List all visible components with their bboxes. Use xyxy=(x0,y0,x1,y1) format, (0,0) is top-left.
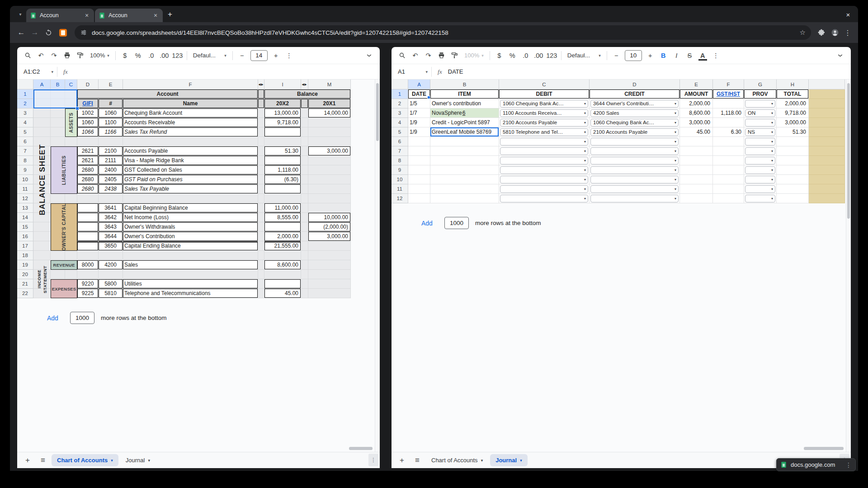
cell-G-3[interactable]: ON▾ xyxy=(744,108,777,118)
cell-A-10[interactable] xyxy=(408,175,430,184)
column-header-F[interactable]: F xyxy=(123,80,258,89)
cell-E-21[interactable]: 5800 xyxy=(99,279,123,289)
cell-C-10[interactable]: ▾ xyxy=(499,175,590,184)
row-header-8[interactable]: 8 xyxy=(17,156,33,165)
cell-m2-4[interactable] xyxy=(301,118,308,127)
cell-F-3[interactable]: 1,118.00 xyxy=(713,108,744,118)
cell-I-2[interactable]: 20X2 xyxy=(264,99,301,108)
row-header-4[interactable]: 4 xyxy=(17,118,33,127)
cell-E-7[interactable] xyxy=(680,146,713,156)
cell-M-10[interactable] xyxy=(308,175,351,184)
increase-font-size-button[interactable]: + xyxy=(644,49,656,62)
column-header-E[interactable]: E xyxy=(680,80,713,89)
cell-G-11[interactable]: ▾ xyxy=(744,184,777,194)
dropdown-chip-D-12[interactable]: ▾ xyxy=(590,195,679,202)
cell-C-3[interactable]: 1100 Accounts Receiva…▾ xyxy=(499,108,590,118)
cell-m1-4[interactable] xyxy=(258,118,264,127)
add-rows-button[interactable]: Add xyxy=(47,314,58,322)
cell-I-8[interactable] xyxy=(264,156,301,165)
cell-E-15[interactable]: 3643 xyxy=(99,222,123,232)
cell-E-3[interactable]: 1060 xyxy=(99,108,123,118)
increase-font-size-button[interactable]: + xyxy=(270,49,282,62)
cell-X-4[interactable] xyxy=(809,118,845,127)
row-header-11[interactable]: 11 xyxy=(392,184,408,194)
cell-m2-17[interactable] xyxy=(301,241,308,251)
row-header-2[interactable]: 2 xyxy=(392,99,408,108)
collapse-toolbar-icon[interactable] xyxy=(363,49,375,62)
dropdown-chip-D-7[interactable]: ▾ xyxy=(590,147,679,155)
column-header-◀▶[interactable]: ◀▶ xyxy=(301,80,308,89)
cell-D-3[interactable]: 1002 xyxy=(77,108,99,118)
row-header-17[interactable]: 17 xyxy=(17,241,33,251)
cell-E-3[interactable]: 8,600.00 xyxy=(680,108,713,118)
cell-E-12[interactable] xyxy=(99,194,123,203)
column-header-C[interactable]: C xyxy=(499,80,590,89)
bold-button[interactable]: B xyxy=(657,49,670,62)
italic-button[interactable]: I xyxy=(670,49,683,62)
profile-avatar[interactable] xyxy=(828,26,842,39)
cell-m1-3[interactable] xyxy=(258,108,264,118)
cell-E-16[interactable]: 3644 xyxy=(99,232,123,241)
cell-H-8[interactable] xyxy=(777,156,809,165)
cell-F-7[interactable] xyxy=(713,146,744,156)
browser-menu-button[interactable]: ⋮ xyxy=(842,28,854,37)
cell-F-13[interactable]: Capital Beginning Balance xyxy=(123,203,258,213)
cell-A-11[interactable] xyxy=(408,184,430,194)
cell-M-22[interactable] xyxy=(308,289,351,298)
cell-B-5[interactable]: GreenLeaf Mobile 58769 xyxy=(430,127,499,137)
cell-E-8[interactable] xyxy=(680,156,713,165)
cell-m2-19[interactable] xyxy=(301,260,308,270)
dropdown-chip-D-4[interactable]: 1060 Chequing Bank Ac…▾ xyxy=(590,119,679,127)
cell-C-20[interactable] xyxy=(65,270,77,279)
cell-E-11[interactable] xyxy=(680,184,713,194)
row-header-11[interactable]: 11 xyxy=(17,184,33,194)
cell-G-6[interactable]: ▾ xyxy=(744,137,777,146)
cell-F-17[interactable]: Capital Ending Balance xyxy=(123,241,258,251)
cell-F-12[interactable] xyxy=(713,194,744,203)
cell-X-10[interactable] xyxy=(809,175,845,184)
cell-E-20[interactable] xyxy=(99,270,123,279)
row-header-7[interactable]: 7 xyxy=(392,146,408,156)
cell-F-21[interactable]: Utilities xyxy=(123,279,258,289)
cell-M-12[interactable] xyxy=(308,194,351,203)
dropdown-chip-D-3[interactable]: 4200 Sales▾ xyxy=(590,109,679,117)
omnibox[interactable]: docs.google.com/spreadsheets/d/14EEl8l7n… xyxy=(75,25,811,40)
cell-C-18[interactable] xyxy=(65,251,77,260)
cell-m1-5[interactable] xyxy=(258,127,264,137)
dropdown-chip-D-6[interactable]: ▾ xyxy=(590,138,679,145)
row-header-7[interactable]: 7 xyxy=(17,146,33,156)
browser-tab-1[interactable]: Accoun × xyxy=(26,9,94,22)
currency-format-button[interactable]: $ xyxy=(119,49,131,62)
cell-m1-21[interactable] xyxy=(258,279,264,289)
cell-m2-7[interactable] xyxy=(301,146,308,156)
cell-I-4[interactable]: 9,718.00 xyxy=(264,118,301,127)
cell-H-10[interactable] xyxy=(777,175,809,184)
cell-D-8[interactable]: 2621 xyxy=(77,156,99,165)
paint-format-button[interactable] xyxy=(448,49,461,62)
cell-C-4[interactable]: 2100 Accounts Payable▾ xyxy=(499,118,590,127)
cell-B-18[interactable] xyxy=(51,251,65,260)
tab-search-icon[interactable]: ▾ xyxy=(14,8,26,20)
back-button[interactable]: ← xyxy=(14,26,28,39)
cell-A-2[interactable]: 1/5 xyxy=(408,99,430,108)
cell-F-2[interactable]: Name xyxy=(123,99,258,108)
row-header-14[interactable]: 14 xyxy=(17,213,33,222)
vertical-scrollbar[interactable] xyxy=(375,80,380,452)
row-header-9[interactable]: 9 xyxy=(17,165,33,175)
scrollbar-thumb[interactable] xyxy=(376,83,379,141)
cell-m1-17[interactable] xyxy=(258,241,264,251)
cell-D-1[interactable]: CREDIT xyxy=(590,89,680,99)
window-close-button[interactable]: × xyxy=(843,11,854,19)
url-text[interactable]: docs.google.com/spreadsheets/d/14EEl8l7n… xyxy=(92,29,796,36)
cell-M-9[interactable] xyxy=(308,165,351,175)
cell-B-11[interactable] xyxy=(430,184,499,194)
dropdown-chip-C-8[interactable]: ▾ xyxy=(500,157,588,164)
cell-I-18[interactable] xyxy=(264,251,301,260)
cell-C-1[interactable] xyxy=(65,89,77,99)
site-pill-menu-icon[interactable]: ⋮ xyxy=(845,461,852,469)
dropdown-chip-G-5[interactable]: NS▾ xyxy=(745,128,775,136)
paint-format-button[interactable] xyxy=(74,49,86,62)
cell-X-3[interactable] xyxy=(809,108,845,118)
rows-count-input[interactable]: 1000 xyxy=(444,217,469,229)
cell-D-21[interactable]: 9220 xyxy=(77,279,99,289)
